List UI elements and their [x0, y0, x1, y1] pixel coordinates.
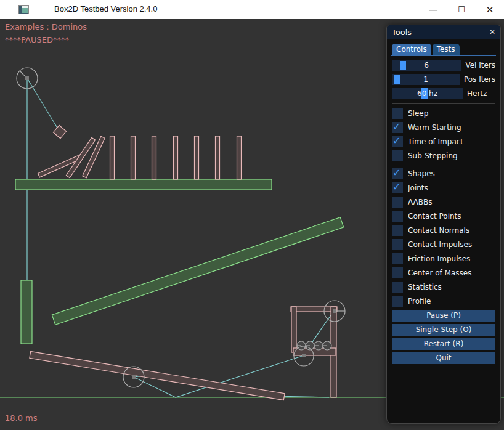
app-window: Examples : Dominos ****PAUSED**** 18.0 m…	[0, 0, 504, 430]
checkmark-icon: ✓	[392, 167, 400, 179]
domino-platform	[15, 179, 272, 190]
tools-panel: Tools ✕ Controls Tests 6 Vel Iters 1	[386, 25, 501, 424]
checkbox-box[interactable]: ✓	[392, 108, 403, 119]
dominoes-upright	[110, 136, 242, 179]
separator	[392, 164, 495, 164]
single-step-button[interactable]: Single Step (O)	[392, 324, 495, 336]
checkbox-label: Sleep	[408, 108, 428, 119]
static-block-left	[21, 280, 32, 344]
checkbox-label: Shapes	[408, 168, 435, 179]
checkbox-time-of-impact[interactable]: ✓ Time of Impact	[392, 136, 495, 147]
hertz-value: 60 hz	[392, 88, 463, 99]
vel-iters-value: 6	[392, 60, 461, 71]
checkbox-box[interactable]: ✓	[392, 282, 403, 293]
pos-iters-value: 1	[392, 74, 460, 85]
checkbox-box[interactable]: ✓	[392, 150, 403, 161]
maximize-button[interactable]: ☐	[447, 0, 476, 19]
checkbox-box[interactable]: ✓	[392, 122, 403, 133]
pause-button[interactable]: Pause (P)	[392, 310, 495, 322]
checkbox-label: Joints	[408, 182, 428, 193]
checkbox-label: Time of Impact	[408, 136, 463, 147]
checkbox-label: Warm Starting	[408, 122, 461, 133]
checkbox-box[interactable]: ✓	[392, 168, 403, 179]
checkbox-label: AABBs	[408, 197, 432, 208]
seesaw-plank	[30, 351, 285, 400]
window-title: Box2D Testbed Version 2.4.0	[54, 4, 157, 14]
example-label: Examples : Dominos	[5, 22, 87, 31]
checkmark-icon: ✓	[392, 135, 400, 147]
checkbox-box[interactable]: ✓	[392, 253, 403, 264]
checkbox-sleep[interactable]: ✓ Sleep	[392, 108, 495, 119]
tab-tests[interactable]: Tests	[433, 44, 460, 55]
checkbox-label: Contact Points	[408, 211, 461, 222]
hertz-slider-row: 60 hz Hertz	[392, 88, 495, 99]
quit-button[interactable]: Quit	[392, 352, 495, 364]
checkbox-sub-stepping[interactable]: ✓ Sub-Stepping	[392, 150, 495, 161]
checkbox-box[interactable]: ✓	[392, 296, 403, 307]
checkbox-statistics[interactable]: ✓ Statistics	[392, 282, 495, 293]
checkbox-contact-impulses[interactable]: ✓ Contact Impulses	[392, 239, 495, 250]
checkbox-label: Profile	[408, 296, 431, 307]
pos-iters-label: Pos Iters	[464, 74, 495, 85]
checkbox-box[interactable]: ✓	[392, 225, 403, 236]
dominoes-fallen	[38, 136, 105, 177]
checkmark-icon: ✓	[392, 181, 400, 193]
vel-iters-slider-row: 6 Vel Iters	[392, 60, 495, 71]
checkbox-label: Statistics	[408, 282, 442, 293]
checkbox-aabbs[interactable]: ✓ AABBs	[392, 197, 495, 208]
vel-iters-label: Vel Iters	[465, 60, 495, 71]
checkbox-label: Contact Normals	[408, 225, 469, 236]
separator	[392, 103, 495, 104]
vel-iters-slider[interactable]: 6	[392, 60, 461, 71]
checkbox-box[interactable]: ✓	[392, 197, 403, 208]
checkbox-box[interactable]: ✓	[392, 182, 403, 193]
close-button[interactable]: ✕	[476, 0, 504, 19]
checkbox-shapes[interactable]: ✓ Shapes	[392, 168, 495, 179]
checkbox-box[interactable]: ✓	[392, 211, 403, 222]
tab-controls[interactable]: Controls	[392, 44, 431, 55]
hertz-label: Hertz	[467, 88, 487, 99]
checkbox-box[interactable]: ✓	[392, 239, 403, 250]
checkbox-label: Center of Masses	[408, 267, 471, 278]
frame-time-label: 18.0 ms	[5, 413, 38, 423]
minimize-button[interactable]: —	[419, 0, 447, 19]
pos-iters-slider[interactable]: 1	[392, 74, 460, 85]
checkbox-joints[interactable]: ✓ Joints	[392, 182, 495, 193]
checkbox-label: Friction Impulses	[408, 253, 470, 264]
panel-close-icon[interactable]: ✕	[489, 28, 495, 36]
app-icon	[18, 5, 29, 14]
checkbox-contact-normals[interactable]: ✓ Contact Normals	[392, 225, 495, 236]
title-bar: Box2D Testbed Version 2.4.0 — ☐ ✕	[0, 0, 504, 19]
tools-panel-title: Tools	[392, 28, 412, 37]
restart-button[interactable]: Restart (R)	[392, 338, 495, 350]
checkbox-contact-points[interactable]: ✓ Contact Points	[392, 211, 495, 222]
tab-bar: Controls Tests	[391, 44, 496, 56]
tools-panel-header[interactable]: Tools ✕	[387, 25, 500, 39]
checkbox-label: Sub-Stepping	[408, 150, 458, 161]
checkbox-warm-starting[interactable]: ✓ Warm Starting	[392, 122, 495, 133]
checkbox-box[interactable]: ✓	[392, 267, 403, 278]
checkbox-box[interactable]: ✓	[392, 136, 403, 147]
pendulum-box	[53, 125, 66, 138]
checkbox-center-of-masses[interactable]: ✓ Center of Masses	[392, 267, 495, 278]
checkbox-profile[interactable]: ✓ Profile	[392, 296, 495, 307]
hertz-slider[interactable]: 60 hz	[392, 88, 463, 99]
checkbox-friction-impulses[interactable]: ✓ Friction Impulses	[392, 253, 495, 264]
pos-iters-slider-row: 1 Pos Iters	[392, 74, 495, 85]
checkbox-label: Contact Impulses	[408, 239, 472, 250]
paused-label: ****PAUSED****	[5, 35, 69, 44]
checkmark-icon: ✓	[392, 121, 400, 132]
